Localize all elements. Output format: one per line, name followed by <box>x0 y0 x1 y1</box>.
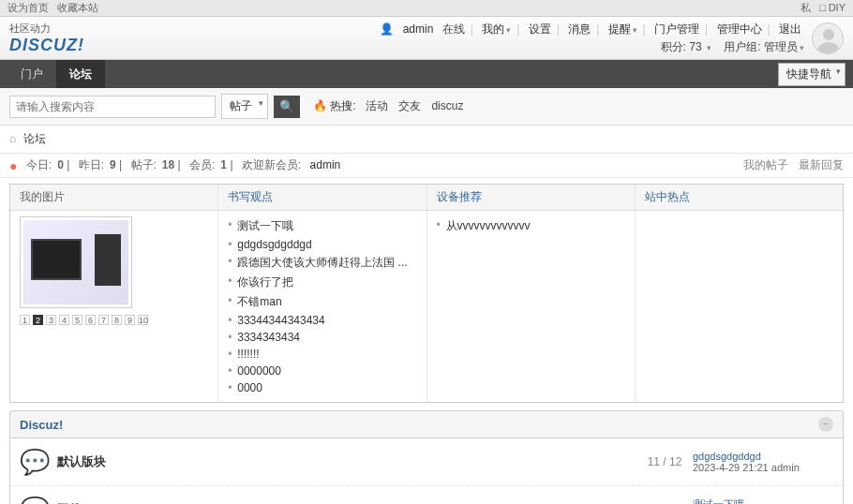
pager: 12345678910 <box>20 315 208 325</box>
avatar[interactable] <box>812 22 844 54</box>
forum-count: 11 / 12 <box>636 455 693 468</box>
hot-link[interactable]: 交友 <box>398 99 421 112</box>
post-link[interactable]: 33344344343434 <box>237 314 324 327</box>
recs-title: 设备推荐 <box>427 185 635 211</box>
welcome-label: 欢迎新会员: <box>242 158 301 171</box>
messages-link[interactable]: 消息 <box>568 22 591 36</box>
diy-link[interactable]: □ DIY <box>819 2 846 13</box>
usergroup-label: 用户组: <box>724 40 760 53</box>
pager-page[interactable]: 10 <box>138 315 148 325</box>
last-post-link[interactable]: 测试一下哦 <box>693 497 833 505</box>
post-link[interactable]: 0000000 <box>237 364 281 378</box>
crumb-forum[interactable]: 论坛 <box>23 132 46 145</box>
my-dropdown[interactable]: 我的 <box>482 22 511 36</box>
nav-forum[interactable]: 论坛 <box>56 60 105 88</box>
collapse-icon[interactable]: − <box>818 417 833 432</box>
pager-page[interactable]: 9 <box>125 315 135 325</box>
logo[interactable]: 社区动力 DISCUZ! <box>9 22 84 55</box>
post-link[interactable]: 跟德国大使该大师傅赶得上法国 ... <box>237 256 407 269</box>
post-link[interactable]: gdgdsgdgddgd <box>237 238 311 251</box>
pager-page[interactable]: 8 <box>112 315 122 325</box>
today-label: 今日: <box>26 158 52 171</box>
brand-text: DISCUZ! <box>9 36 84 55</box>
home-icon[interactable]: ⌂ <box>9 132 16 145</box>
post-link[interactable]: 你该行了把 <box>237 275 293 289</box>
post-link[interactable]: 3334343434 <box>237 331 300 344</box>
bullet-icon: ● <box>9 158 17 173</box>
speech-icon: 💬 <box>20 496 48 504</box>
pager-page[interactable]: 3 <box>46 315 56 325</box>
forum-row: 💬默认版块11 / 12gdgdsgdgddgd2023-4-29 21:21 … <box>10 438 843 486</box>
category-title[interactable]: Discuz! <box>20 418 63 432</box>
search-scope-dropdown[interactable]: 帖子 <box>221 94 268 119</box>
pager-page[interactable]: 7 <box>98 315 109 325</box>
user-icon: 👤 <box>380 22 394 36</box>
settings-link[interactable]: 设置 <box>529 22 551 36</box>
credits-dropdown-icon[interactable] <box>705 40 711 53</box>
hot-label: 🔥 热搜: <box>313 98 356 114</box>
reminders-dropdown[interactable]: 提醒 <box>608 22 637 36</box>
threads-label: 帖子: <box>131 158 157 171</box>
latest-link[interactable]: 最新回复 <box>799 158 844 171</box>
search-button[interactable]: 🔍 <box>274 96 300 118</box>
online-status: 在线 <box>442 22 465 36</box>
members-value: 1 <box>220 158 227 171</box>
pager-page[interactable]: 4 <box>59 315 69 325</box>
slogan: 社区动力 <box>9 22 84 36</box>
usergroup-value[interactable]: 管理员 <box>764 40 804 53</box>
forum-link[interactable]: 默认版块 <box>57 454 106 468</box>
nav-portal[interactable]: 门户 <box>7 60 56 88</box>
search-input[interactable] <box>9 96 216 118</box>
picture-thumbnail[interactable] <box>20 216 132 308</box>
threads-value: 18 <box>162 158 174 171</box>
logout-link[interactable]: 退出 <box>779 22 801 36</box>
set-homepage-link[interactable]: 设为首页 <box>7 2 49 13</box>
credits-value: 73 <box>689 40 701 53</box>
bookmark-link[interactable]: 收藏本站 <box>57 2 98 13</box>
hot-link[interactable]: discuz <box>431 99 463 112</box>
top-right-1: 私 <box>801 2 811 13</box>
viewpoints-title: 书写观点 <box>218 185 426 211</box>
credits-label: 积分: <box>661 40 686 53</box>
pager-page[interactable]: 2 <box>33 315 43 325</box>
speech-icon: 💬 <box>20 448 48 476</box>
rec-link[interactable]: 从vvvvvvvvvvvvv <box>446 219 531 232</box>
admin-link[interactable]: 管理中心 <box>717 22 762 36</box>
post-link[interactable]: 测试一下哦 <box>237 219 293 232</box>
pager-page[interactable]: 1 <box>20 315 30 325</box>
quick-nav-dropdown[interactable]: 快捷导航 <box>778 63 846 86</box>
hotspot-title: 站中热点 <box>636 185 843 211</box>
posts-value: 9 <box>110 158 116 171</box>
last-post-link[interactable]: gdgdsgdgddgd <box>693 451 833 462</box>
mypics-title: 我的图片 <box>10 185 217 211</box>
post-link[interactable]: 不错man <box>237 295 281 308</box>
today-value: 0 <box>57 158 64 171</box>
last-post-meta: 2023-4-29 21:21 admin <box>693 462 800 473</box>
post-link[interactable]: 0000 <box>237 381 262 394</box>
post-link[interactable]: !!!!!!! <box>237 348 259 361</box>
newuser-link[interactable]: admin <box>310 158 341 171</box>
portal-mgmt-link[interactable]: 门户管理 <box>654 22 699 36</box>
hot-link[interactable]: 活动 <box>366 99 388 112</box>
pager-page[interactable]: 6 <box>85 315 96 325</box>
posts-label: 昨日: <box>79 158 104 171</box>
members-label: 会员: <box>189 158 215 171</box>
pager-page[interactable]: 5 <box>72 315 82 325</box>
username-link[interactable]: admin <box>403 22 434 36</box>
myposts-link[interactable]: 我的帖子 <box>743 158 788 171</box>
forum-row: 💬图片6 / 6测试一下哦2023-4-29 21:32 admin <box>10 486 843 504</box>
